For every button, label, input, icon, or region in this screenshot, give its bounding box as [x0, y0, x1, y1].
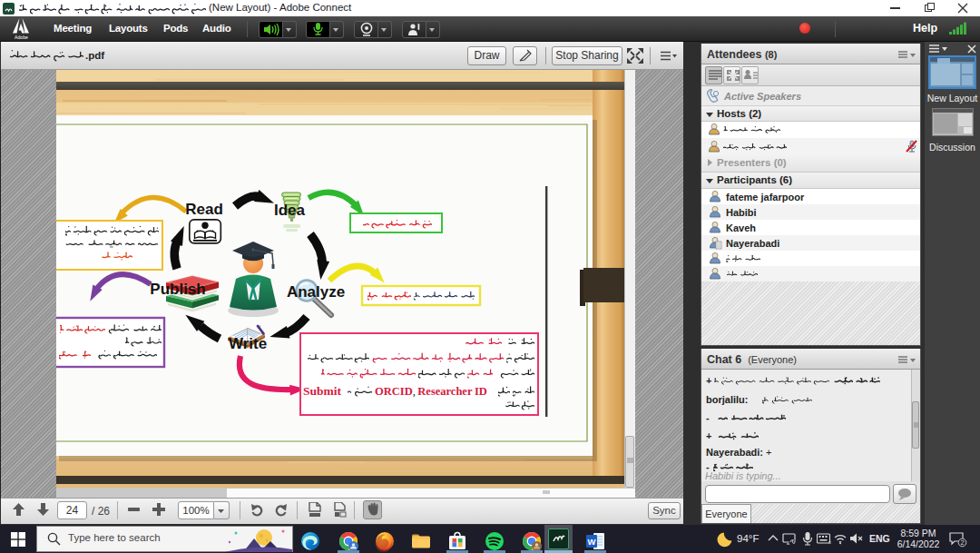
- svg-text:Adobe: Adobe: [15, 35, 28, 40]
- svg-text:Idea: Idea: [274, 202, 306, 219]
- svg-text:Publish: Publish: [150, 281, 205, 298]
- svg-text:W: W: [588, 537, 596, 547]
- svg-text:x: x: [828, 539, 831, 545]
- svg-text:Analyze: Analyze: [287, 283, 345, 301]
- svg-text:2: 2: [960, 538, 964, 547]
- svg-text:Read: Read: [185, 201, 223, 218]
- svg-text:Write: Write: [229, 335, 267, 352]
